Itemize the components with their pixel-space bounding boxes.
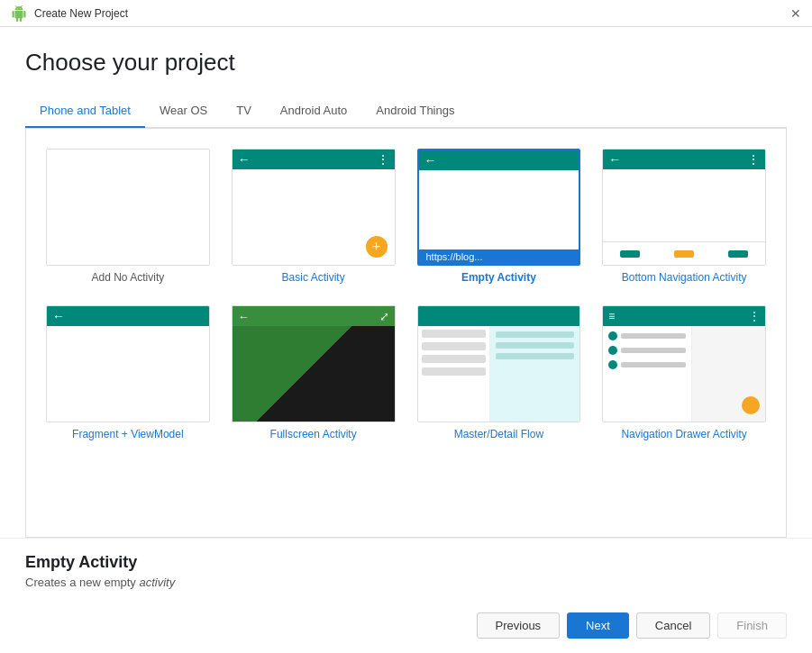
android-icon (11, 5, 27, 22)
card-nd-preview: ≡ ⋮ (602, 305, 766, 422)
nd-drawer-item-2 (608, 346, 686, 355)
previous-button[interactable]: Previous (477, 612, 561, 639)
tab-android-auto[interactable]: Android Auto (266, 95, 361, 128)
empty-topbar: ← (419, 150, 579, 170)
nd-line-1 (621, 333, 686, 339)
card-basic-label: Basic Activity (282, 271, 345, 284)
md-detail (490, 326, 579, 422)
card-bottom-nav-label: Bottom Navigation Activity (622, 271, 747, 284)
md-list-item-3 (422, 355, 487, 363)
main-content: Choose your project Phone and Tablet Wea… (0, 27, 812, 538)
selected-desc-text: Creates a new empty (25, 576, 136, 589)
card-fullscreen-preview: ← ⤢ (232, 305, 396, 422)
card-md-label: Master/Detail Flow (454, 428, 543, 440)
tab-phone-tablet[interactable]: Phone and Tablet (25, 95, 145, 128)
card-no-activity-label: Add No Activity (92, 271, 165, 284)
card-empty-label: Empty Activity (461, 271, 536, 284)
card-no-activity-preview (46, 149, 210, 266)
project-grid-container: Add No Activity ← ⋮ + Basic Activity (25, 128, 787, 538)
basic-back-arrow: ← (238, 152, 251, 167)
nd-dot-1 (608, 331, 617, 340)
md-list (418, 326, 491, 422)
basic-menu-dots: ⋮ (377, 152, 389, 167)
nd-dot-2 (608, 346, 617, 355)
bn-body (603, 169, 765, 241)
card-master-detail[interactable]: Master/Detail Flow (412, 300, 587, 446)
window: Create New Project ✕ Choose your project… (0, 0, 812, 653)
md-detail-line-2 (496, 342, 574, 349)
bn-dots: ⋮ (747, 152, 760, 167)
nd-dots: ⋮ (749, 310, 760, 322)
finish-button[interactable]: Finish (717, 612, 787, 639)
card-fullscreen[interactable]: ← ⤢ Fullscreen Activity (226, 300, 401, 446)
md-list-item-4 (422, 367, 487, 376)
footer: Previous Next Cancel Finish (0, 603, 812, 653)
nd-line-2 (621, 348, 686, 353)
nd-drawer-item-3 (608, 360, 686, 369)
tab-tv[interactable]: TV (222, 95, 266, 128)
nd-topbar: ≡ ⋮ (603, 306, 765, 326)
card-no-activity[interactable]: Add No Activity (41, 143, 215, 289)
card-md-preview (417, 305, 581, 422)
card-nav-drawer[interactable]: ≡ ⋮ (597, 300, 771, 446)
fvm-topbar: ← (47, 306, 209, 326)
selected-activity-title: Empty Activity (25, 553, 787, 572)
card-fvm-label: Fragment + ViewModel (72, 428, 184, 440)
md-topbar (418, 306, 580, 326)
md-list-item-1 (422, 330, 487, 338)
nd-dot-3 (608, 360, 617, 369)
fvm-body (47, 326, 209, 422)
fvm-arrow: ← (52, 309, 65, 323)
tab-wear-os[interactable]: Wear OS (145, 95, 222, 128)
card-fullscreen-label: Fullscreen Activity (270, 428, 357, 440)
empty-link-bar: https://blog... (419, 249, 579, 264)
nd-drawer-item-1 (608, 331, 686, 340)
basic-body: + (233, 169, 395, 265)
nd-hamburger: ≡ (608, 310, 615, 322)
bn-tab-2-rect (674, 250, 694, 258)
bn-arrow: ← (608, 152, 621, 167)
title-bar: Create New Project ✕ (0, 0, 812, 27)
tabs-container: Phone and Tablet Wear OS TV Android Auto… (25, 95, 787, 128)
bn-bottom-nav (603, 241, 765, 265)
card-basic-activity[interactable]: ← ⋮ + Basic Activity (226, 143, 401, 289)
title-bar-left: Create New Project (11, 5, 128, 22)
tab-android-things[interactable]: Android Things (361, 95, 469, 128)
card-fvm-preview: ← (46, 305, 210, 422)
cancel-button[interactable]: Cancel (636, 612, 710, 639)
md-list-item-2 (422, 342, 487, 350)
project-grid: Add No Activity ← ⋮ + Basic Activity (41, 143, 771, 446)
card-bottom-nav-preview: ← ⋮ (602, 149, 766, 266)
window-title: Create New Project (34, 7, 128, 20)
next-button[interactable]: Next (567, 612, 629, 639)
card-bottom-nav[interactable]: ← ⋮ (597, 143, 771, 289)
page-title: Choose your project (25, 49, 787, 77)
fullscreen-topbar: ← ⤢ (233, 306, 395, 326)
card-basic-preview: ← ⋮ + (232, 149, 396, 266)
fullscreen-expand: ⤢ (379, 310, 389, 323)
bn-tab-1-rect (620, 250, 640, 258)
basic-topbar: ← ⋮ (233, 150, 395, 169)
nd-body (603, 326, 765, 422)
bn-tab-3 (728, 250, 748, 258)
card-nd-label: Navigation Drawer Activity (621, 428, 746, 440)
bn-tab-3-rect (728, 250, 748, 258)
card-empty-preview: ← https://blog... (417, 149, 581, 266)
nd-drawer (603, 326, 692, 422)
selected-desc-em: activity (139, 576, 175, 589)
card-fragment-viewmodel[interactable]: ← Fragment + ViewModel (41, 300, 215, 446)
md-body (418, 326, 580, 422)
nd-fab (742, 396, 760, 414)
bottom-section: Empty Activity Creates a new empty activ… (0, 538, 812, 603)
close-button[interactable]: ✕ (790, 7, 801, 20)
card-empty-activity[interactable]: ← https://blog... Empty Activity (412, 143, 587, 289)
md-detail-line-1 (496, 331, 574, 338)
bn-topbar: ← ⋮ (603, 150, 765, 169)
bn-tab-1 (620, 250, 640, 258)
empty-back-arrow: ← (424, 153, 437, 168)
basic-fab: + (366, 236, 388, 258)
fullscreen-back: ← (238, 310, 250, 323)
md-detail-line-3 (496, 353, 574, 359)
nd-line-3 (621, 362, 686, 367)
selected-activity-desc: Creates a new empty activity (25, 576, 787, 589)
